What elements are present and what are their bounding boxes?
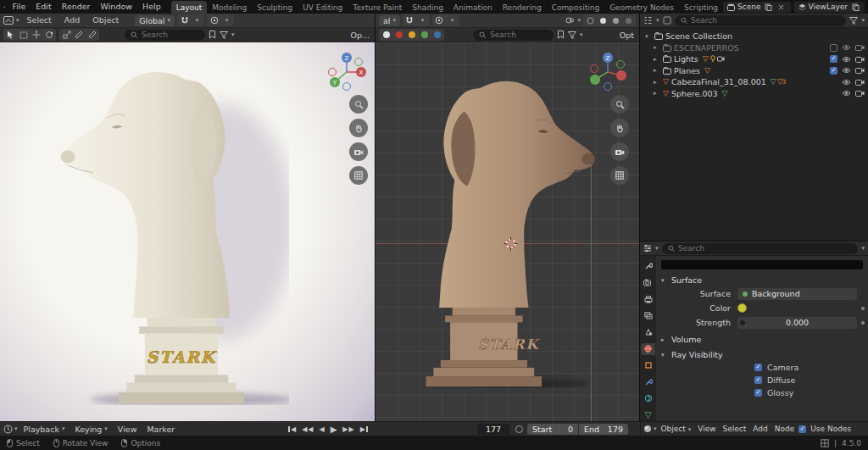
hide-eye-icon[interactable] xyxy=(842,44,851,51)
tab-scripting[interactable]: Scripting xyxy=(679,1,723,14)
magnet-icon[interactable] xyxy=(403,15,416,26)
shader-node-menu[interactable]: Node xyxy=(772,425,798,433)
shader-select-menu[interactable]: Select xyxy=(721,425,749,433)
zoom-icon[interactable] xyxy=(349,95,368,114)
hide-eye-icon[interactable] xyxy=(842,90,851,97)
transform-orientation-dropdown[interactable]: Global ▾ xyxy=(135,15,175,26)
show-gizmo-icon[interactable] xyxy=(565,16,575,25)
ray-visibility-section-header[interactable]: ▾ Ray Visibility xyxy=(659,348,865,361)
camera-view-icon[interactable] xyxy=(349,142,368,161)
color-dot-green[interactable] xyxy=(418,30,431,41)
properties-search-input[interactable] xyxy=(678,244,852,253)
expand-icon[interactable]: ▸ xyxy=(654,79,660,86)
viewport-rendered-canvas[interactable]: STARK Z X Y xyxy=(0,42,375,421)
outliner-row-planes[interactable]: ▸ Planes ▽ ✓ xyxy=(640,65,868,77)
menu-window[interactable]: Window xyxy=(96,0,137,14)
zoom-icon[interactable] xyxy=(610,95,629,114)
outliner-row-cabezafinal[interactable]: ▸ ▽ CabezaFinal_31_08.001 ▽ ▽ 3 xyxy=(640,76,868,88)
tab-shading[interactable]: Shading xyxy=(407,1,448,14)
timeline-editor-caret[interactable]: ▾ xyxy=(14,426,18,432)
properties-options-caret[interactable]: ▾ xyxy=(861,246,865,252)
outliner-filter-icon[interactable] xyxy=(849,17,858,25)
cursor-tool-icon[interactable] xyxy=(4,30,17,41)
playback-menu[interactable]: Playback▾ xyxy=(19,425,70,434)
rotate-tool-icon[interactable] xyxy=(42,30,55,41)
measure-tool-icon[interactable] xyxy=(86,30,98,41)
disable-render-camera-icon[interactable] xyxy=(855,79,865,86)
vp-menu-select[interactable]: Select xyxy=(22,14,57,27)
filter-caret[interactable]: ▾ xyxy=(231,32,235,38)
snapping-caret-b[interactable]: ▾ xyxy=(416,15,429,26)
tab-modeling[interactable]: Modeling xyxy=(207,1,252,14)
tab-rendering[interactable]: Rendering xyxy=(498,1,547,14)
exclude-checkbox[interactable] xyxy=(830,44,837,52)
proportional-edit-icon[interactable] xyxy=(433,15,446,26)
shader-editor-icon[interactable] xyxy=(643,425,652,433)
color-swatch[interactable] xyxy=(737,303,747,313)
timeline-editor-icon[interactable] xyxy=(3,425,13,434)
filter-caret-b[interactable]: ▾ xyxy=(580,32,583,38)
tab-output-icon[interactable] xyxy=(641,293,655,306)
disable-render-camera-icon[interactable] xyxy=(855,56,865,63)
shader-mode-dropdown[interactable]: Object ▾ xyxy=(659,425,694,433)
options-label-b[interactable]: Opt xyxy=(620,31,636,40)
tab-animation[interactable]: Animation xyxy=(448,1,498,14)
marker-menu[interactable]: Marker xyxy=(142,425,179,434)
tab-compositing[interactable]: Compositing xyxy=(547,1,604,14)
outliner-row-scene-collection[interactable]: ▾ Scene Collection xyxy=(640,31,868,42)
outliner-search[interactable] xyxy=(675,15,847,26)
animate-dot-icon[interactable] xyxy=(861,307,865,310)
tab-world-icon[interactable] xyxy=(641,343,655,356)
magnet-icon[interactable] xyxy=(178,15,191,26)
disable-render-camera-icon[interactable] xyxy=(855,90,865,97)
diffuse-checkbox[interactable]: ✓ xyxy=(754,376,762,384)
blender-logo-icon[interactable] xyxy=(3,3,5,12)
annotate-tool-icon[interactable] xyxy=(73,30,86,41)
expand-icon[interactable]: ▸ xyxy=(654,90,660,97)
world-datablock-field[interactable] xyxy=(661,260,863,269)
color-dot-blue[interactable] xyxy=(431,30,443,41)
shader-add-menu[interactable]: Add xyxy=(750,425,770,433)
disable-render-camera-icon[interactable] xyxy=(855,44,865,51)
rendered-shading-icon[interactable] xyxy=(622,15,635,26)
scale-tool-icon[interactable] xyxy=(60,30,73,41)
expand-icon[interactable]: ▾ xyxy=(645,33,652,40)
flag-icon[interactable] xyxy=(557,31,565,39)
camera-checkbox[interactable]: ✓ xyxy=(754,364,762,371)
jump-to-start-button[interactable]: ◀ xyxy=(287,425,298,433)
outliner-search-input[interactable] xyxy=(691,16,841,25)
properties-editor-caret[interactable]: ▾ xyxy=(655,246,659,252)
outliner-filter-caret[interactable]: ▾ xyxy=(861,18,865,24)
outliner-editor-caret[interactable]: ▾ xyxy=(656,18,659,24)
hide-eye-icon[interactable] xyxy=(842,79,851,86)
proportional-caret[interactable]: ▾ xyxy=(220,15,233,26)
camera-view-icon[interactable] xyxy=(610,142,629,161)
properties-search[interactable] xyxy=(662,243,859,254)
animate-dot-icon[interactable] xyxy=(861,321,865,325)
box-select-icon[interactable] xyxy=(17,30,30,41)
expand-icon[interactable]: ▸ xyxy=(654,44,660,51)
tab-layout[interactable]: Layout xyxy=(171,1,208,14)
color-dot-red[interactable] xyxy=(392,30,405,41)
outliner-row-escenaperros[interactable]: ▸ ESCENAPERROS xyxy=(640,42,868,54)
surface-section-header[interactable]: ▾ Surface xyxy=(659,274,865,286)
options-label[interactable]: Op... xyxy=(350,31,371,40)
tab-modifiers-icon[interactable] xyxy=(641,376,655,389)
properties-editor-icon[interactable] xyxy=(643,244,652,253)
vp-menu-add[interactable]: Add xyxy=(59,14,85,27)
include-checkbox[interactable]: ✓ xyxy=(830,67,837,75)
material-shading-icon[interactable] xyxy=(609,15,622,26)
pan-hand-icon[interactable] xyxy=(349,119,368,137)
viewport-b-search-input[interactable] xyxy=(490,31,548,39)
play-reverse-button[interactable]: ◀ xyxy=(317,425,326,433)
tab-uv-editing[interactable]: UV Editing xyxy=(298,1,348,14)
tab-viewlayer-icon[interactable] xyxy=(641,310,655,323)
outliner-row-sphere003[interactable]: ▸ ▽ Sphere.003 ▽ xyxy=(640,88,868,100)
viewport-b-search[interactable] xyxy=(473,30,554,41)
new-scene-icon[interactable] xyxy=(764,2,774,12)
color-dot-yellow[interactable] xyxy=(405,30,418,41)
overlays-caret[interactable]: ▾ xyxy=(577,18,581,24)
viewport-a-search[interactable] xyxy=(125,30,205,41)
glossy-checkbox[interactable]: ✓ xyxy=(754,389,762,397)
navigation-gizmo[interactable]: Z xyxy=(585,49,631,95)
